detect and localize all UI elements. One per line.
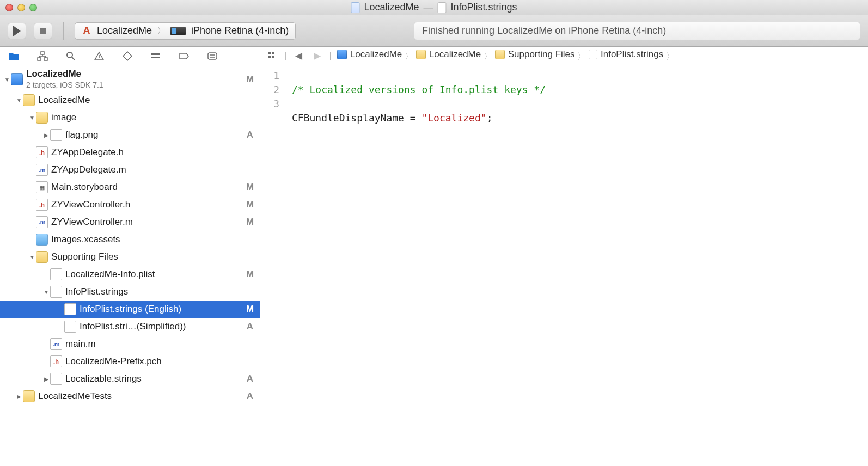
line-number: 2 [262,83,279,97]
tree-row[interactable]: ▦Main.storyboardM [0,179,260,196]
strings-icon [64,303,76,315]
tree-row[interactable]: .mmain.m [0,335,260,353]
title-bar: LocalizedMe — InfoPlist.strings [0,0,868,15]
tree-row-label: ZYViewController.m [51,217,244,228]
stop-button[interactable] [34,23,52,39]
disclosure-triangle[interactable]: ▼ [28,254,36,260]
breakpoint-navigator-tab[interactable] [176,48,192,64]
folder-icon [23,94,35,106]
disclosure-triangle[interactable]: ▼ [15,97,23,103]
app-icon: A [82,26,91,36]
folder-icon [36,112,48,124]
tree-row[interactable]: InfoPlist.strings (English)M [0,301,260,318]
tree-row[interactable]: .hLocalizedMe-Prefix.pch [0,353,260,370]
source-editor[interactable]: 1 2 3 /* Localized versions of Info.plis… [260,65,868,466]
title-separator: — [424,2,433,13]
storyboard-icon: ▦ [36,181,48,193]
jump-bar-crumb[interactable]: Supporting Files [495,49,575,60]
svg-rect-7 [151,57,160,58]
search-navigator-tab[interactable] [63,48,78,64]
code-line [292,98,298,109]
debug-navigator-tab[interactable] [148,48,163,64]
disclosure-triangle[interactable]: ▼ [42,289,50,295]
project-icon [351,2,359,13]
tree-row[interactable]: .mZYViewController.mM [0,213,260,231]
zoom-button[interactable] [29,4,37,11]
tree-row-label: Localizable.strings [65,373,244,384]
tree-row[interactable]: ▼image [0,109,260,126]
disclosure-triangle[interactable]: ▶ [42,376,50,382]
crumb-label: LocalizedMe [429,49,481,60]
crumb-label: LocalizedMe [350,49,402,60]
tree-row[interactable]: ▼Supporting Files [0,248,260,266]
jump-bar-crumb[interactable]: InfoPlist.strings [589,49,663,60]
project-root-row[interactable]: ▼ LocalizedMe 2 targets, iOS SDK 7.1 M [0,68,260,91]
tree-row[interactable]: ▶LocalizedMeTestsA [0,388,260,405]
tree-row-label: main.m [65,339,244,350]
scm-status: A [244,321,255,332]
tree-row[interactable]: InfoPlist.stri…(Simplified))A [0,318,260,335]
jump-bar-crumb[interactable]: LocalizedMe [337,49,402,60]
scheme-target-label: LocalizedMe [97,25,152,36]
tree-row-label: LocalizedMeTests [38,391,244,402]
forward-button[interactable]: ▶ [310,50,323,63]
tree-row[interactable]: LocalizedMe-Info.plistM [0,266,260,283]
tree-row[interactable]: .hZYViewController.hM [0,196,260,213]
disclosure-triangle[interactable]: ▶ [15,394,23,400]
scm-status: A [244,373,255,384]
tree-row-label: Main.storyboard [51,182,244,193]
svg-rect-14 [272,56,274,58]
tree-row-label: flag.png [65,130,244,140]
tree-row[interactable]: ▼LocalizedMe [0,91,260,109]
file-h-icon: .h [36,146,48,158]
disclosure-triangle[interactable]: ▼ [3,77,11,83]
code-content[interactable]: /* Localized versions of Info.plist keys… [285,65,552,466]
minimize-button[interactable] [17,4,25,11]
disclosure-triangle[interactable]: ▼ [28,115,36,121]
tree-row-label: InfoPlist.stri…(Simplified)) [80,321,244,332]
line-number: 3 [262,97,279,111]
disclosure-triangle[interactable]: ▶ [42,132,50,138]
issue-navigator-tab[interactable] [91,48,107,64]
scm-status: M [244,199,255,210]
svg-rect-6 [151,53,160,55]
tree-row[interactable]: Images.xcassets [0,231,260,248]
tree-row[interactable]: .mZYAppDelegate.m [0,161,260,179]
related-items-button[interactable] [266,50,279,63]
project-icon [11,73,23,85]
file-navigator-tab[interactable] [7,48,22,64]
chevron-right-icon: 〉 [577,52,586,61]
run-button[interactable] [8,23,26,39]
scheme-selector[interactable]: A LocalizedMe 〉 iPhone Retina (4-inch) [75,22,296,40]
strings-icon [64,321,76,333]
folder-icon [416,50,426,59]
tree-row[interactable]: ▼InfoPlist.strings [0,283,260,301]
scm-status: M [244,217,255,228]
project-icon [337,50,347,59]
close-button[interactable] [5,4,13,11]
symbol-navigator-tab[interactable] [35,48,50,64]
plist-icon [50,268,62,280]
file-m-icon: .m [50,338,62,350]
tree-row[interactable]: ▶Localizable.stringsA [0,370,260,388]
code-line: /* Localized versions of Info.plist keys… [292,84,546,95]
tree-row[interactable]: .hZYAppDelegate.h [0,144,260,161]
log-navigator-tab[interactable] [205,48,220,64]
strings-icon [50,373,62,385]
diamond-icon [122,51,133,62]
scm-status: A [244,391,255,402]
svg-rect-2 [44,58,47,60]
test-navigator-tab[interactable] [120,48,135,64]
tree-row-label: ZYViewController.h [51,199,244,210]
tree-row-label: image [51,112,244,123]
project-tree[interactable]: ▼ LocalizedMe 2 targets, iOS SDK 7.1 M ▼… [0,65,260,466]
jump-bar-crumb[interactable]: LocalizedMe [416,49,481,60]
svg-rect-11 [268,52,271,54]
scm-status: M [244,74,255,85]
log-icon [207,52,218,60]
back-button[interactable]: ◀ [292,50,305,63]
scm-status: A [244,130,255,140]
folder-icon [495,50,505,59]
scm-status: M [244,182,255,193]
tree-row[interactable]: ▶flag.pngA [0,126,260,144]
